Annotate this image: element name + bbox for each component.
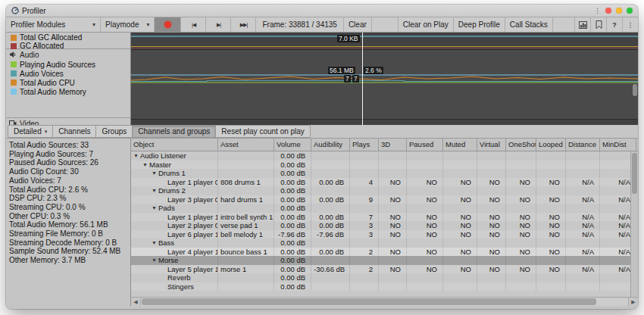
scroll-right-arrow[interactable]: ▶ xyxy=(628,298,638,306)
legend-item[interactable]: Total Audio Memory xyxy=(6,87,130,96)
playmode-dropdown[interactable]: Playmode ▾ xyxy=(101,17,155,32)
chart-view-icon[interactable] xyxy=(574,17,590,32)
cell: 0.00 dB xyxy=(311,248,350,257)
horizontal-scrollbar-thumb[interactable] xyxy=(142,298,596,305)
column-header-muted[interactable]: Muted xyxy=(443,139,477,151)
kebab-menu-icon[interactable]: ⋮ xyxy=(622,17,638,32)
table-row[interactable]: ▼Drums 20.00 dB xyxy=(131,186,638,195)
current-frame-button[interactable]: ▶▶| xyxy=(231,17,256,32)
tab-label: Reset play count on play xyxy=(221,126,305,137)
column-header-3d[interactable]: 3D xyxy=(379,139,407,151)
foldout-arrow-icon[interactable]: ▼ xyxy=(152,186,158,195)
tab-channels[interactable]: Channels xyxy=(53,125,96,138)
column-header-volume[interactable]: Volume xyxy=(274,139,311,151)
table-row[interactable]: Layer 3 player 0hard drums 10.00 dB0.00 … xyxy=(131,195,638,204)
object-cell: ▼Audio Listener xyxy=(131,151,218,161)
audio-voices-value-label: 7 xyxy=(352,75,359,83)
clear-on-play-button[interactable]: Clear on Play xyxy=(398,17,454,32)
table-row[interactable]: ▼Master0.00 dB xyxy=(131,161,638,170)
table-row[interactable]: Layer 4 player 1bounce bass 10.00 dB0.00… xyxy=(131,248,638,257)
column-header-oneshot[interactable]: OneShot xyxy=(506,139,536,151)
object-cell: Layer 1 player 1 xyxy=(131,213,218,222)
scroll-left-arrow[interactable]: ◀ xyxy=(131,298,141,306)
column-header-object[interactable]: Object xyxy=(131,139,218,151)
foldout-arrow-icon[interactable]: ▼ xyxy=(152,204,158,213)
video-module-header[interactable]: Video xyxy=(6,118,130,125)
foldout-arrow-icon[interactable]: ▼ xyxy=(152,169,158,178)
foldout-arrow-icon[interactable]: ▼ xyxy=(133,151,140,161)
column-header-audibility[interactable]: Audibility xyxy=(311,139,350,151)
column-header-plays[interactable]: Plays xyxy=(350,139,379,151)
table-row[interactable]: Layer 6 player 1bell melody 1-7.96 dB-7.… xyxy=(131,230,638,239)
deep-profile-button[interactable]: Deep Profile xyxy=(454,17,505,32)
legend-item[interactable]: Playing Audio Sources xyxy=(6,60,130,69)
cell: 0.00 dB xyxy=(311,213,350,222)
window-menu-icon[interactable]: ⋮ xyxy=(594,8,601,14)
table-row[interactable]: Layer 2 player 0verse pad 10.00 dB0.00 d… xyxy=(131,221,638,230)
tab-reset-play-count-on-play[interactable]: Reset play count on play xyxy=(216,125,311,138)
call-stacks-button[interactable]: Call Stacks xyxy=(505,17,553,32)
stat-line: Paused Audio Sources: 26 xyxy=(9,158,130,167)
close-button[interactable] xyxy=(605,8,611,14)
frame-playhead-line[interactable] xyxy=(362,33,363,125)
audio-chart[interactable] xyxy=(131,50,638,120)
cell: 0.00 dB xyxy=(274,221,311,230)
legend-label: Total GC Allocated xyxy=(20,33,82,42)
tab-detailed[interactable]: Detailed▾ xyxy=(8,125,53,138)
table-row[interactable]: Stingers0.00 dB xyxy=(131,282,638,292)
cell xyxy=(311,204,350,213)
record-button[interactable] xyxy=(155,17,181,32)
chart-scrollbar-thumb[interactable] xyxy=(633,84,637,96)
audio-module-header[interactable]: Audio xyxy=(6,49,130,60)
table-header-row: ObjectAssetVolumeAudibilityPlays3DPaused… xyxy=(131,139,638,151)
table-row[interactable]: Layer 1 player 0808 drums 10.00 dB0.00 d… xyxy=(131,178,638,187)
table-row[interactable]: ▼Pads0.00 dB xyxy=(131,204,638,213)
table-row[interactable]: ▼Audio Listener0.00 dB xyxy=(131,151,638,161)
table-row[interactable]: Layer 5 player 1morse 10.00 dB-30.66 dB2… xyxy=(131,265,638,274)
foldout-arrow-icon[interactable]: ▼ xyxy=(152,256,158,265)
tab-groups[interactable]: Groups xyxy=(96,125,133,138)
gc-chart[interactable] xyxy=(131,33,638,50)
video-chart[interactable] xyxy=(131,120,638,125)
foldout-arrow-icon[interactable]: ▼ xyxy=(142,161,149,170)
table-row[interactable]: ▼Bass0.00 dB xyxy=(131,239,638,248)
table-row[interactable]: Layer 1 player 1intro bell synth 10.00 d… xyxy=(131,213,638,222)
legend-item[interactable]: Total Audio CPU xyxy=(6,78,130,87)
cell: NO xyxy=(506,265,536,274)
column-header-paused[interactable]: Paused xyxy=(407,139,443,151)
legend-item[interactable]: Audio Voices xyxy=(6,69,130,78)
table-row[interactable]: ▼Drums 10.00 dB xyxy=(131,169,638,178)
vertical-scrollbar[interactable] xyxy=(630,151,638,297)
chevron-down-icon: ▾ xyxy=(92,21,95,28)
horizontal-scrollbar[interactable]: ◀ ▶ xyxy=(131,297,638,306)
cell: N/A xyxy=(566,265,600,274)
title-bar[interactable]: Profiler ⋮ xyxy=(6,5,638,17)
minimize-button[interactable] xyxy=(616,8,622,14)
vertical-scrollbar-thumb[interactable] xyxy=(632,153,637,194)
help-icon[interactable]: ? xyxy=(606,17,622,32)
table-row[interactable]: Reverb0.00 dB xyxy=(131,273,638,282)
foldout-arrow-icon[interactable]: ▼ xyxy=(152,239,158,248)
cell xyxy=(566,151,600,161)
next-frame-button[interactable]: ▶| xyxy=(206,17,231,32)
tab-channels-and-groups[interactable]: Channels and groups xyxy=(133,125,216,138)
object-cell: ▼Bass xyxy=(131,239,218,248)
table-row[interactable]: ▼Morse0.00 dB xyxy=(131,256,638,265)
save-bookmark-icon[interactable] xyxy=(590,17,606,32)
column-header-looped[interactable]: Looped xyxy=(536,139,566,151)
zoom-button[interactable] xyxy=(627,8,633,14)
cell xyxy=(407,256,443,265)
previous-frame-button[interactable]: |◀ xyxy=(181,17,206,32)
chart-plot-area[interactable]: 7.0 KB 56.1 MB 2.6 % 7 7 xyxy=(131,33,638,125)
clear-button[interactable]: Clear xyxy=(343,17,372,32)
cell xyxy=(350,239,379,248)
profiler-modules-dropdown[interactable]: Profiler Modules ▾ xyxy=(6,17,101,32)
column-header-virtual[interactable]: Virtual xyxy=(477,139,506,151)
column-header-mindist[interactable]: MinDist xyxy=(600,139,636,151)
stat-line: Streaming File Memory: 0 B xyxy=(9,229,130,239)
column-header-distance[interactable]: Distance xyxy=(566,139,600,151)
legend-item[interactable]: Total GC Allocated xyxy=(6,33,130,42)
object-label: Audio Listener xyxy=(140,151,186,161)
column-header-asset[interactable]: Asset xyxy=(218,139,274,151)
audio-cpu-value-label: 2.6 % xyxy=(364,67,383,74)
